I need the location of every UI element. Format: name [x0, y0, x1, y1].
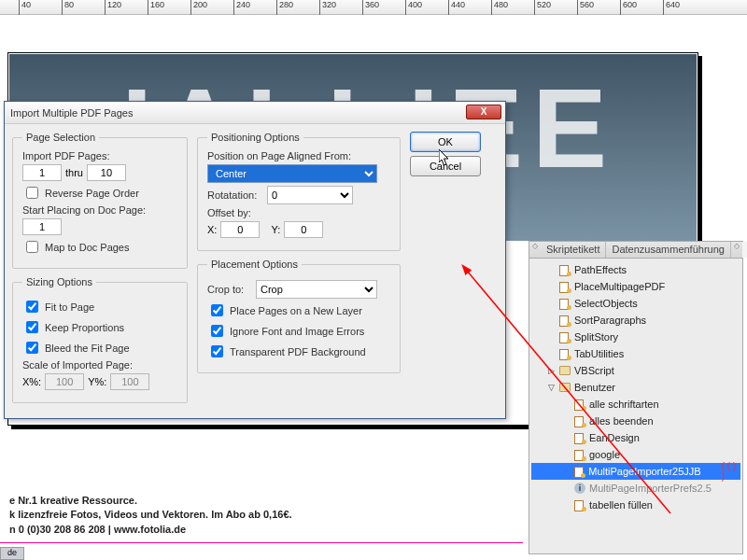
ruler-tick: 440: [448, 0, 465, 15]
ruler-tick: 80: [62, 0, 74, 15]
dialog-titlebar[interactable]: Import Multiple PDF Pages X: [5, 102, 505, 124]
close-icon[interactable]: X: [466, 105, 501, 119]
crop-to-select[interactable]: Crop: [256, 280, 377, 299]
tree-item[interactable]: alles beenden: [531, 413, 740, 429]
tab-datenzusammenfuehrung[interactable]: Datenzusammenführung: [606, 242, 730, 258]
scale-x-label: X%:: [22, 376, 41, 387]
sizing-options-group: Sizing Options Fit to Page Keep Proporti…: [12, 276, 188, 403]
twisty-icon[interactable]: ▷: [546, 366, 556, 375]
import-to-input[interactable]: [87, 164, 126, 181]
ok-button[interactable]: OK: [410, 132, 481, 152]
tree-item[interactable]: PlaceMultipagePDF: [531, 278, 740, 295]
transparent-bg-label: Transparent PDF Background: [230, 346, 366, 357]
position-from-select[interactable]: Center: [207, 164, 377, 183]
tree-item[interactable]: EanDesign: [531, 429, 740, 446]
tab-skriptetikett[interactable]: Skriptetikett: [541, 242, 606, 258]
tree-item[interactable]: MultiPageImporter25JJB( ( ) ): [531, 463, 740, 480]
fit-to-page-checkbox[interactable]: [26, 301, 38, 313]
map-to-doc-label: Map to Doc Pages: [45, 242, 130, 253]
ruler-tick: 160: [148, 0, 164, 15]
bleed-fit-label: Bleed the Fit Page: [45, 343, 130, 354]
folder-icon: [559, 383, 571, 392]
tree-item[interactable]: SelectObjects: [531, 295, 740, 312]
ruler-tick: 280: [276, 0, 293, 15]
tree-item[interactable]: iMultiPageImporterPrefs2.5: [531, 480, 740, 497]
transparent-bg-checkbox[interactable]: [211, 345, 223, 357]
tree-item-label: MultiPageImporter25JJB: [588, 466, 700, 477]
thru-label: thru: [65, 167, 83, 178]
script-icon: [574, 449, 585, 460]
tree-item-label: alles beenden: [589, 415, 654, 427]
script-icon: [559, 264, 571, 275]
scale-y-input: [110, 373, 149, 390]
ruler-tick: 400: [405, 0, 422, 15]
ruler-tick: 360: [362, 0, 379, 15]
diamond-icon[interactable]: ◇: [529, 242, 541, 258]
reverse-order-label: Reverse Page Order: [45, 188, 139, 199]
offset-x-label: X:: [207, 224, 217, 235]
offset-x-input[interactable]: [220, 221, 260, 238]
import-from-input[interactable]: [22, 164, 62, 181]
script-icon: [559, 331, 571, 343]
map-to-doc-checkbox[interactable]: [26, 241, 38, 253]
positioning-options-group: Positioning Options Position on Page Ali…: [197, 132, 401, 251]
start-page-input[interactable]: [22, 218, 62, 235]
tree-item-label: SelectObjects: [574, 298, 638, 309]
group-legend: Positioning Options: [207, 132, 303, 143]
scripts-panel: ◇ Skriptetikett Datenzusammenführung ◇ S…: [529, 241, 743, 554]
page-selection-group: Page Selection Import PDF Pages: thru Re…: [12, 132, 188, 269]
script-icon: [574, 399, 585, 410]
tree-item[interactable]: SortParagraphs: [531, 312, 740, 329]
group-legend: Page Selection: [22, 132, 99, 143]
dialog-title: Import Multiple PDF Pages: [10, 107, 133, 119]
tree-item-label: alle schriftarten: [589, 399, 659, 410]
tree-item[interactable]: alle schriftarten: [531, 396, 740, 413]
tree-item-label: TabUtilities: [574, 348, 624, 359]
cancel-button[interactable]: Cancel: [410, 156, 481, 176]
ruler-tick: 320: [319, 0, 336, 15]
script-icon: [559, 315, 571, 326]
tab-skripte[interactable]: Skripte: [742, 242, 747, 258]
script-icon: [574, 432, 585, 443]
tree-item[interactable]: TabUtilities: [531, 345, 740, 362]
scripts-tree[interactable]: PathEffectsPlaceMultipagePDFSelectObject…: [529, 259, 742, 553]
rotation-select[interactable]: 0: [267, 186, 353, 204]
ruler-tick: 480: [491, 0, 508, 15]
diamond-icon[interactable]: ◇: [731, 242, 742, 258]
tree-item[interactable]: google: [531, 446, 740, 463]
panel-tabs: ◇ Skriptetikett Datenzusammenführung ◇ S…: [529, 242, 742, 259]
script-icon: [559, 281, 571, 292]
import-pdf-dialog: Import Multiple PDF Pages X Page Selecti…: [4, 101, 506, 419]
tree-item[interactable]: PathEffects: [531, 261, 740, 278]
script-icon: [559, 348, 571, 359]
fit-to-page-label: Fit to Page: [45, 301, 94, 313]
placement-options-group: Placement Options Crop to: Crop Place Pa…: [197, 259, 401, 373]
new-layer-checkbox[interactable]: [211, 304, 223, 316]
tree-item-label: google: [589, 449, 620, 460]
info-icon: i: [574, 483, 585, 494]
offset-y-input[interactable]: [284, 221, 323, 238]
reverse-order-checkbox[interactable]: [26, 187, 38, 199]
bleed-fit-checkbox[interactable]: [26, 342, 38, 354]
tree-item[interactable]: tabellen füllen: [531, 497, 740, 513]
tree-folder[interactable]: ▷VBScript: [531, 362, 740, 379]
tree-item-label: MultiPageImporterPrefs2.5: [589, 483, 712, 494]
folder-icon: [559, 366, 571, 375]
keep-proportions-checkbox[interactable]: [26, 321, 38, 333]
start-placing-label: Start Placing on Doc Page:: [22, 204, 146, 216]
scale-label: Scale of Imported Page:: [22, 359, 133, 371]
ignore-errors-label: Ignore Font and Image Errors: [230, 326, 364, 337]
group-legend: Placement Options: [207, 259, 302, 270]
crop-to-label: Crop to:: [207, 284, 252, 295]
lang-badge: de: [0, 547, 24, 560]
tree-item[interactable]: SplitStory: [531, 329, 740, 345]
twisty-icon[interactable]: ▽: [546, 383, 556, 392]
footer-line: k lizenzfreie Fotos, Videos und Vektoren…: [9, 508, 523, 522]
ruler-tick: 560: [577, 0, 594, 15]
ruler-tick: 200: [190, 0, 207, 15]
keep-proportions-label: Keep Proportions: [45, 322, 124, 333]
offset-y-label: Y:: [271, 224, 280, 235]
ignore-errors-checkbox[interactable]: [211, 325, 223, 337]
tree-folder[interactable]: ▽Benutzer: [531, 379, 740, 396]
tree-item-label: tabellen füllen: [589, 499, 653, 511]
